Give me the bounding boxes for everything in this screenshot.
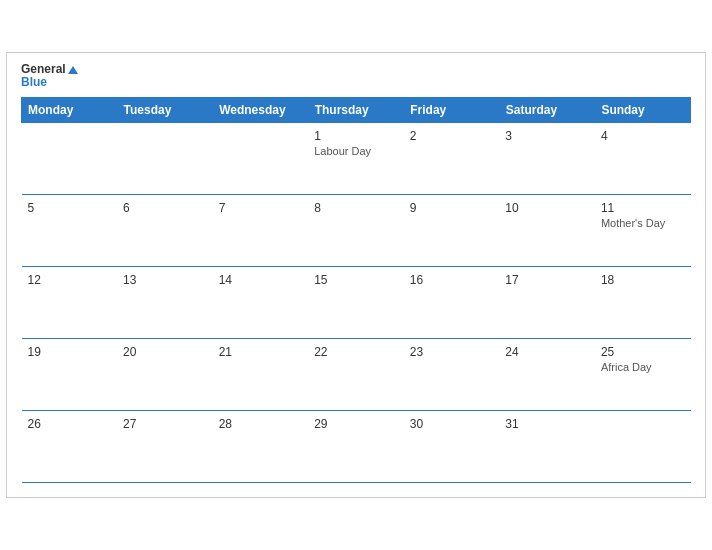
logo-triangle-icon [68, 66, 78, 74]
calendar-cell: 14 [213, 267, 309, 339]
day-number: 2 [410, 129, 494, 143]
calendar-cell: 16 [404, 267, 500, 339]
day-number: 10 [505, 201, 589, 215]
day-number: 19 [28, 345, 112, 359]
day-number: 15 [314, 273, 398, 287]
calendar-cell: 18 [595, 267, 691, 339]
calendar-cell: 13 [117, 267, 213, 339]
calendar-cell: 6 [117, 195, 213, 267]
calendar-cell: 3 [499, 123, 595, 195]
day-number: 1 [314, 129, 398, 143]
day-number: 26 [28, 417, 112, 431]
calendar-cell: 5 [22, 195, 118, 267]
day-number: 11 [601, 201, 685, 215]
logo: General Blue [21, 63, 78, 89]
day-number: 3 [505, 129, 589, 143]
calendar-cell [117, 123, 213, 195]
day-number: 30 [410, 417, 494, 431]
calendar-cell [595, 411, 691, 483]
calendar-cell: 24 [499, 339, 595, 411]
day-number: 27 [123, 417, 207, 431]
calendar-container: General Blue MondayTuesdayWednesdayThurs… [6, 52, 706, 498]
weekday-header-thursday: Thursday [308, 98, 404, 123]
calendar-cell: 15 [308, 267, 404, 339]
calendar-week-row: 567891011Mother's Day [22, 195, 691, 267]
calendar-week-row: 262728293031 [22, 411, 691, 483]
day-number: 24 [505, 345, 589, 359]
calendar-cell: 28 [213, 411, 309, 483]
calendar-cell: 2 [404, 123, 500, 195]
calendar-cell: 11Mother's Day [595, 195, 691, 267]
calendar-week-row: 1Labour Day234 [22, 123, 691, 195]
calendar-tbody: 1Labour Day234567891011Mother's Day12131… [22, 123, 691, 483]
weekday-header-saturday: Saturday [499, 98, 595, 123]
day-number: 29 [314, 417, 398, 431]
day-number: 28 [219, 417, 303, 431]
day-number: 23 [410, 345, 494, 359]
calendar-cell: 29 [308, 411, 404, 483]
day-event: Mother's Day [601, 217, 685, 229]
day-number: 5 [28, 201, 112, 215]
calendar-cell: 26 [22, 411, 118, 483]
day-number: 9 [410, 201, 494, 215]
calendar-cell: 22 [308, 339, 404, 411]
weekday-header-tuesday: Tuesday [117, 98, 213, 123]
calendar-cell: 30 [404, 411, 500, 483]
day-number: 21 [219, 345, 303, 359]
calendar-header: General Blue [21, 63, 691, 89]
calendar-cell: 17 [499, 267, 595, 339]
calendar-cell: 21 [213, 339, 309, 411]
calendar-week-row: 12131415161718 [22, 267, 691, 339]
calendar-cell: 31 [499, 411, 595, 483]
day-event: Labour Day [314, 145, 398, 157]
calendar-cell: 20 [117, 339, 213, 411]
day-event: Africa Day [601, 361, 685, 373]
day-number: 4 [601, 129, 685, 143]
weekday-header-monday: Monday [22, 98, 118, 123]
weekday-header-sunday: Sunday [595, 98, 691, 123]
logo-general-text: General [21, 62, 66, 76]
logo-blue-text: Blue [21, 76, 78, 89]
calendar-cell: 4 [595, 123, 691, 195]
calendar-cell: 27 [117, 411, 213, 483]
day-number: 6 [123, 201, 207, 215]
day-number: 13 [123, 273, 207, 287]
calendar-cell: 10 [499, 195, 595, 267]
calendar-thead: MondayTuesdayWednesdayThursdayFridaySatu… [22, 98, 691, 123]
weekday-header-wednesday: Wednesday [213, 98, 309, 123]
day-number: 25 [601, 345, 685, 359]
day-number: 31 [505, 417, 589, 431]
calendar-cell: 12 [22, 267, 118, 339]
calendar-cell: 8 [308, 195, 404, 267]
day-number: 7 [219, 201, 303, 215]
weekday-header-friday: Friday [404, 98, 500, 123]
calendar-cell: 19 [22, 339, 118, 411]
calendar-cell: 9 [404, 195, 500, 267]
day-number: 22 [314, 345, 398, 359]
calendar-table: MondayTuesdayWednesdayThursdayFridaySatu… [21, 97, 691, 483]
day-number: 17 [505, 273, 589, 287]
calendar-cell: 25Africa Day [595, 339, 691, 411]
calendar-cell: 7 [213, 195, 309, 267]
day-number: 14 [219, 273, 303, 287]
calendar-cell [22, 123, 118, 195]
calendar-week-row: 19202122232425Africa Day [22, 339, 691, 411]
calendar-cell: 1Labour Day [308, 123, 404, 195]
day-number: 16 [410, 273, 494, 287]
day-number: 8 [314, 201, 398, 215]
weekday-header-row: MondayTuesdayWednesdayThursdayFridaySatu… [22, 98, 691, 123]
day-number: 20 [123, 345, 207, 359]
calendar-cell: 23 [404, 339, 500, 411]
calendar-cell [213, 123, 309, 195]
day-number: 12 [28, 273, 112, 287]
day-number: 18 [601, 273, 685, 287]
